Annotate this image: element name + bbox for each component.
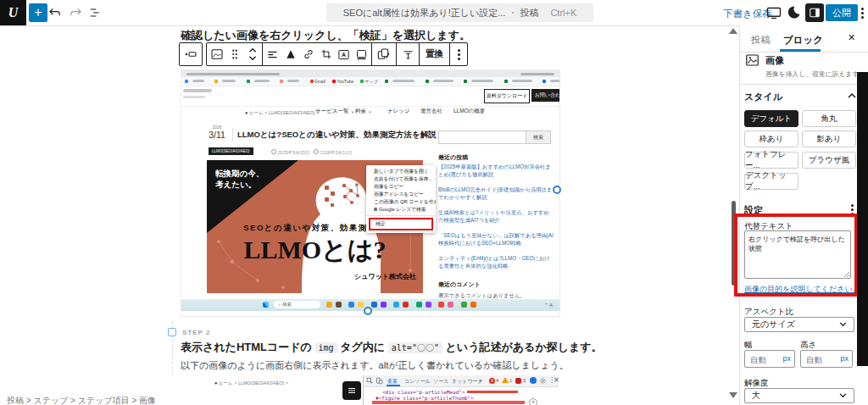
taskbar-tray[interactable]: ⌃ A (544, 299, 553, 311)
devtools-tab-console[interactable]: コンソール (404, 378, 431, 386)
align-button[interactable] (264, 44, 281, 64)
more-tabs-icon[interactable]: » (479, 378, 481, 383)
nav-llmo[interactable]: LLMOの概要 (453, 108, 485, 115)
toolbar-options-button[interactable] (451, 44, 466, 64)
error-badge-icon[interactable]: ✕ (489, 378, 495, 384)
bookmark-gmail[interactable]: Gmail (314, 79, 326, 84)
canvas-scrollbar-thumb[interactable] (732, 201, 736, 286)
styles-section-title[interactable]: スタイル (744, 91, 782, 103)
tab-post[interactable]: 投稿 (751, 34, 771, 47)
resize-handle-right[interactable] (553, 186, 561, 194)
recent-post-link[interactable]: BtoBのLLMO完全ガイド|基礎知識から活用法までわかりやすく解説 (438, 186, 554, 201)
selected-image-block[interactable]: Gmail YouTube マップ サービス一覧 ⌄ 料金 ⌄ ナレッジ 運営会… (181, 69, 560, 317)
site-breadcrumb[interactable]: ● ホーム > LLMO(SEO/AIO/AEO) > (245, 110, 319, 116)
devtools-code-line1[interactable]: <div class="p-articleMead"> (382, 389, 465, 395)
nav-pricing[interactable]: 料金 ⌄ (355, 108, 372, 115)
warning-count: 1 (509, 378, 512, 383)
article-tag[interactable]: LLMO(SEO/AIO/AEO) (209, 147, 253, 155)
duplicate-edit-button[interactable] (373, 44, 395, 64)
settings-sidebar-toggle[interactable] (805, 3, 824, 22)
alt-help-link[interactable]: 画像の目的を説明してください。 ↗ (744, 284, 868, 295)
settings-options-icon[interactable] (851, 203, 854, 216)
contact-button[interactable]: お問い合わせ (531, 89, 560, 102)
parent-block-button[interactable] (179, 42, 203, 66)
preview-button[interactable] (766, 7, 782, 23)
devtools-settings-icon[interactable] (539, 377, 547, 385)
block-type-button[interactable] (208, 44, 225, 64)
chevron-up-icon[interactable] (848, 92, 856, 98)
recent-post-link[interactable]: 【2025年最新版】おすすめのLLMO対策会社まとめ|選び方も徹底解説 (438, 164, 554, 178)
add-block-button[interactable]: + (29, 3, 47, 22)
duotone-filter-button[interactable] (281, 44, 299, 64)
site-logo[interactable]: U (0, 0, 26, 25)
crop-button[interactable] (317, 44, 335, 64)
undo-button[interactable] (48, 6, 62, 23)
devtools-close-icon[interactable]: ✕ (554, 376, 559, 384)
scroll-up-arrow[interactable] (729, 28, 737, 34)
expand-on-click-button[interactable] (353, 44, 370, 64)
replace-button[interactable]: 置換 (420, 48, 448, 60)
save-draft-button[interactable]: 下書き保存 (723, 8, 772, 20)
style-rounded-button[interactable]: 角丸 (802, 110, 856, 127)
aspect-ratio-select[interactable]: 元のサイズ (744, 317, 854, 332)
style-default-button[interactable]: デフォルト (744, 110, 798, 127)
warning-badge-icon[interactable] (502, 377, 509, 383)
site-search-input[interactable] (438, 130, 528, 144)
step-body[interactable]: 以下の画像のように画面右側に表示されます。altが正しく書かれているか確認しまし… (181, 359, 569, 372)
alt-text-input[interactable]: 右クリックで検証を呼び出した状態 (744, 230, 851, 279)
style-browser-button[interactable]: ブラウザ風 (802, 152, 856, 169)
text-overlay-button[interactable]: A (335, 44, 353, 64)
site-search-button[interactable]: 検索 (526, 130, 551, 144)
command-center-button[interactable]: SEOにalt属性は効果あり!正しい設定... ・ 投稿 Ctrl+K (326, 3, 593, 22)
menu-inspect-highlighted[interactable]: 検証 (369, 218, 433, 230)
paragraph-text[interactable]: 確認したい画像を右クリックし、「検証」を選択します。 (181, 28, 470, 43)
style-desktop-button[interactable]: デスクトップ... (744, 173, 798, 190)
scroll-down-arrow[interactable] (729, 392, 737, 398)
tab-block[interactable]: ブロック (783, 34, 823, 47)
step-heading[interactable]: 表示されたHTMLコードの img タグ内に alt="〇〇" という記述がある… (181, 340, 603, 355)
plugin-toggle-button[interactable] (787, 5, 801, 23)
redo-button[interactable] (69, 6, 82, 23)
menu-copy-address[interactable]: 画像アドレスをコピー (366, 191, 436, 198)
style-photoframe-button[interactable]: フォトフレー... (744, 152, 798, 169)
nav-services[interactable]: サービス一覧 ⌄ (315, 108, 355, 115)
style-shadow-button[interactable]: 影あり (802, 130, 856, 147)
caption-button[interactable] (398, 44, 418, 64)
issues-badge-icon[interactable] (515, 378, 521, 384)
step-checkbox[interactable] (168, 328, 176, 336)
devtools-tab-sources[interactable]: ソース (433, 378, 448, 386)
nav-company[interactable]: 運営会社 (420, 108, 442, 115)
recent-post-link[interactable]: エンティティ(Entity)とは?LLMO・GEOにおける重要性と具体的な強化戦… (438, 255, 554, 269)
profile-icon[interactable] (530, 377, 537, 384)
nav-knowledge[interactable]: ナレッジ (387, 108, 410, 115)
options-menu-button[interactable] (861, 7, 864, 19)
devtools-screenshot-block[interactable]: ● ホーム > LLMO(SEO/AIO/AEO) > 要素 コンソール ソース… (179, 375, 559, 405)
device-toolbar-icon[interactable] (376, 377, 383, 385)
taskbar-search[interactable]: ⌕ 検索 (274, 301, 320, 308)
textarea-resize-grip[interactable] (844, 272, 849, 277)
block-mover-button[interactable] (243, 44, 261, 64)
style-border-button[interactable]: 枠あり (744, 130, 798, 147)
recent-post-link[interactable]: 生成AI検索とは?メリットや注意点、おすすめの検索型生成AI7つを紹介 (438, 209, 554, 224)
menu-open-image[interactable]: 新しいタブで画像を開く (366, 168, 436, 175)
download-button[interactable]: 資料ダウンロード (484, 89, 530, 103)
recent-post-link[interactable]: 「SEOはもう意味がない」は誤解である理由|AI検索時代におけるSEO×LLMO… (438, 232, 554, 247)
floating-menu-button[interactable] (342, 381, 361, 400)
menu-save-image[interactable]: 名前を付けて画像を保存... (366, 175, 436, 183)
menu-copy-image[interactable]: 画像をコピー (366, 183, 436, 191)
resize-handle-bottom[interactable] (364, 307, 372, 315)
menu-qr-code[interactable]: この画像の QR コードを作成 (366, 198, 436, 206)
inspect-cursor-icon[interactable] (366, 377, 374, 385)
element-picker-icon[interactable]: + (529, 398, 537, 405)
list-view-button[interactable] (88, 6, 102, 23)
publish-button[interactable]: 公開 (826, 4, 858, 21)
bookmark-map[interactable]: マップ (364, 79, 377, 84)
block-breadcrumb[interactable]: 投稿 > ステップ > ステップ項目 > 画像 (7, 395, 156, 405)
link-button[interactable] (299, 44, 317, 64)
resolution-select[interactable]: 大 (744, 388, 854, 403)
bookmark-youtube[interactable]: YouTube (337, 79, 353, 84)
sidebar-close-icon[interactable]: ✕ (848, 32, 855, 43)
menu-google-lens[interactable]: Google レンズで検索 (366, 206, 436, 214)
drag-handle[interactable] (225, 44, 243, 64)
start-button[interactable] (263, 302, 269, 308)
